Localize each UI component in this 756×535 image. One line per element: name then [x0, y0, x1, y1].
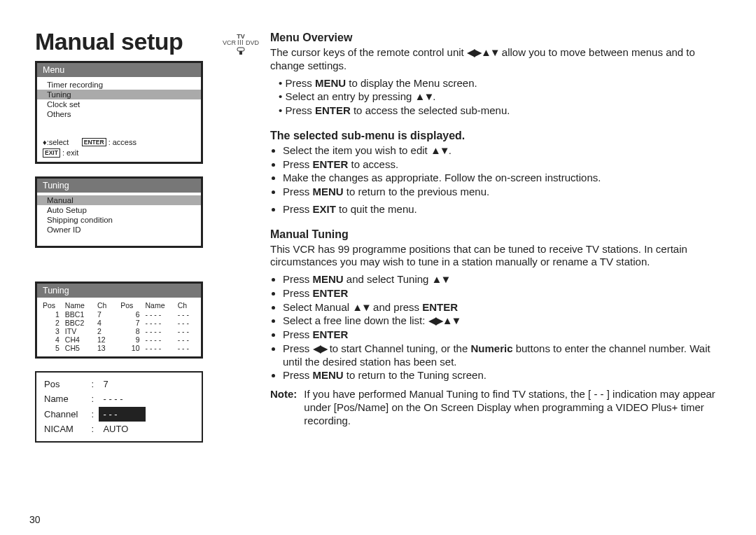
osd-menu-item-selected: Tuning	[37, 90, 201, 99]
table-row: 5CH51310- - - -- - -	[41, 344, 197, 352]
table-row: Pos:7	[43, 377, 146, 392]
heading-menu-overview: Menu Overview	[270, 31, 721, 45]
osd-tuning-item: Owner ID	[47, 225, 195, 235]
osd-tuning-menu-header: Tuning	[37, 179, 201, 193]
list-item: Press ENTER to access the selected sub-m…	[279, 104, 721, 118]
list-item: Press MENU to return to the previous men…	[283, 186, 721, 199]
remote-mode-icon: TV VCR ⅠⅠⅠ DVD	[220, 34, 262, 55]
list-item: Select Manual ▲▼ and press ENTER	[283, 301, 721, 314]
osd-menu-box: Menu Timer recording Tuning Clock set Ot…	[35, 61, 203, 164]
heading-submenu: The selected sub-menu is displayed.	[270, 129, 721, 143]
note: Note: If you have performed Manual Tunin…	[270, 388, 721, 427]
osd-menu-footer: ♦:select ENTER : access EXIT : exit	[37, 136, 201, 162]
list-item: Press MENU to return to the Tuning scree…	[283, 369, 721, 382]
osd-menu-item: Clock set	[47, 99, 195, 109]
table-row: 3ITV28- - - -- - -	[41, 327, 197, 335]
list-item: Press ENTER	[283, 287, 721, 300]
table-row: NICAM:AUTO	[43, 422, 146, 437]
osd-tuning-item: Shipping condition	[47, 215, 195, 225]
list-item: Make the changes as appropriate. Follow …	[283, 172, 721, 185]
osd-menu-item: Others	[47, 109, 195, 119]
page-title: Manual setup	[35, 28, 203, 55]
osd-menu-item: Timer recording	[47, 80, 195, 90]
list-item: Press ◀▶ to start Channel tuning, or the…	[283, 342, 721, 369]
list-item: Select an entry by pressing ▲▼.	[279, 90, 721, 104]
osd-tuning-item-selected: Manual	[37, 195, 201, 205]
page-number: 30	[29, 514, 41, 525]
svg-rect-1	[239, 51, 242, 55]
table-row: Channel:- - -	[43, 407, 146, 422]
tuning-detail-box: Pos:7Name:- - - -Channel:- - -NICAM:AUTO	[35, 371, 203, 443]
list-item: Select the item you wish to edit ▲▼.	[283, 144, 721, 158]
paragraph: This VCR has 99 programme positions that…	[270, 243, 721, 270]
table-row: 1BBC176- - - -- - -	[41, 310, 197, 319]
osd-tuning-table: Pos Name Ch Pos Name Ch 1BBC176- - - -- …	[41, 300, 197, 352]
svg-rect-0	[237, 48, 244, 51]
osd-menu-header: Menu	[37, 63, 201, 77]
list-item: Press MENU to display the Menu screen.	[279, 77, 721, 90]
list-item: Press ENTER to access.	[283, 158, 721, 172]
list-item: Press EXIT to quit the menu.	[283, 203, 721, 216]
table-row: 4CH4129- - - -- - -	[41, 335, 197, 344]
paragraph: The cursor keys of the remote control un…	[270, 46, 721, 73]
list-item: Press ENTER	[283, 328, 721, 342]
heading-manual-tuning: Manual Tuning	[270, 228, 721, 242]
table-row: 2BBC247- - - -- - -	[41, 319, 197, 327]
osd-tuning-item: Auto Setup	[47, 205, 195, 215]
list-item: Press MENU and select Tuning ▲▼	[283, 273, 721, 286]
list-item: Select a free line down the list: ◀▶▲▼	[283, 314, 721, 328]
osd-tuning-list-box: Tuning Pos Name Ch Pos Name Ch 1BBC176- …	[35, 282, 203, 359]
table-row: Name:- - - -	[43, 391, 146, 407]
osd-tuning-menu-box: Tuning Manual Auto Setup Shipping condit…	[35, 176, 203, 248]
osd-tuning-list-header: Tuning	[37, 284, 201, 298]
